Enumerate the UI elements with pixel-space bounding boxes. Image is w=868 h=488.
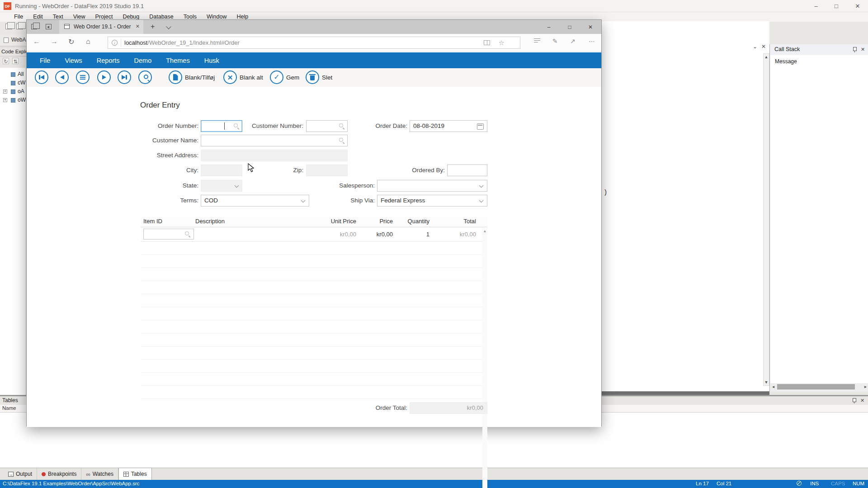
hub-icon[interactable] xyxy=(534,38,540,43)
browser-minimize-button[interactable]: – xyxy=(538,20,559,34)
tab-watches[interactable]: ∞ Watches xyxy=(81,468,118,480)
ide-toolbar-icon[interactable] xyxy=(16,23,23,29)
url-text[interactable]: localhost/WebOrder_19_1/Index.html#Order xyxy=(124,39,240,46)
set-tabs-aside-icon[interactable] xyxy=(46,24,52,29)
reading-view-icon[interactable] xyxy=(484,40,490,45)
tree-item[interactable]: + oW xyxy=(0,96,26,104)
browser-close-button[interactable]: ✕ xyxy=(580,20,601,34)
tree-item[interactable]: All xyxy=(0,70,26,79)
ide-maximize-button[interactable]: □ xyxy=(829,0,844,12)
column-quantity[interactable]: Quantity xyxy=(394,218,429,225)
table-row xyxy=(141,242,482,255)
docwell-chevron-icon[interactable]: ⌄ xyxy=(753,43,757,50)
blank-all-button[interactable]: ✕ xyxy=(223,70,237,84)
docwell-close-icon[interactable]: ✕ xyxy=(761,43,766,50)
ide-close-button[interactable]: ✕ xyxy=(850,0,865,12)
tab-preview-icon[interactable] xyxy=(31,24,37,29)
browser-toolbar: ← → ↻ ⌂ i localhost/WebOrder_19_1/Index.… xyxy=(27,34,601,52)
call-stack-body: Message xyxy=(770,55,868,383)
pin-icon[interactable] xyxy=(852,47,857,52)
site-info-icon[interactable]: i xyxy=(112,40,118,46)
share-icon[interactable]: ↗ xyxy=(570,38,576,45)
blank-page-icon xyxy=(173,74,178,80)
salesperson-select[interactable] xyxy=(377,180,487,192)
scrollbar-thumb[interactable] xyxy=(777,384,855,389)
settings-more-icon[interactable]: ⋯ xyxy=(589,38,595,45)
table-row xyxy=(141,333,482,347)
refresh-icon[interactable]: ↻ xyxy=(68,38,74,46)
tab-breakpoints[interactable]: Breakpoints xyxy=(37,468,81,480)
column-total[interactable]: Total xyxy=(430,218,476,225)
delete-button[interactable] xyxy=(306,70,319,84)
record-list-button[interactable] xyxy=(76,70,90,84)
webapp-menu-reports[interactable]: Reports xyxy=(90,57,127,64)
tree-item[interactable]: + oA xyxy=(0,87,26,96)
customer-name-search-icon[interactable] xyxy=(339,138,343,142)
tab-close-icon[interactable]: ✕ xyxy=(136,23,140,29)
panel-close-icon[interactable]: ✕ xyxy=(861,47,865,52)
tab-tables[interactable]: Tables xyxy=(118,468,152,480)
expand-icon[interactable]: + xyxy=(3,98,7,102)
previous-record-button[interactable] xyxy=(55,70,69,84)
next-record-button[interactable] xyxy=(97,70,111,84)
ide-menu-file[interactable]: File xyxy=(9,12,28,22)
scroll-down-icon[interactable]: ▼ xyxy=(764,380,769,385)
statusbar-line: Ln 17 xyxy=(696,481,709,486)
zip-label: Zip: xyxy=(231,164,303,176)
call-stack-horizontal-scrollbar[interactable]: ◂ ▸ xyxy=(770,383,868,391)
webapp-menu-demo[interactable]: Demo xyxy=(127,57,159,64)
scroll-up-icon[interactable]: ▲ xyxy=(482,229,487,233)
column-price[interactable]: Price xyxy=(358,218,393,225)
item-id-search-icon[interactable] xyxy=(185,231,189,235)
expand-icon[interactable]: + xyxy=(3,89,7,94)
save-button[interactable]: ✓ xyxy=(270,70,283,84)
ide-toolbar-icon[interactable] xyxy=(5,23,12,29)
tree-item[interactable]: cW xyxy=(0,79,26,87)
home-icon[interactable]: ⌂ xyxy=(86,38,90,46)
browser-maximize-button[interactable]: □ xyxy=(559,20,580,34)
ide-window-title: Running - WebOrder - DataFlex 2019 Studi… xyxy=(15,0,144,12)
webapp-menu-views[interactable]: Views xyxy=(57,57,89,64)
tab-output[interactable]: → Output xyxy=(4,468,37,480)
terms-select[interactable]: COD xyxy=(201,195,309,206)
browser-tab[interactable]: Web Order 19.1 - Order ✕ xyxy=(59,20,143,34)
editor-vertical-scrollbar[interactable]: ▲ ▼ xyxy=(763,53,769,386)
blank-add-button[interactable] xyxy=(169,70,182,84)
column-description[interactable]: Description xyxy=(195,218,225,225)
calendar-icon[interactable] xyxy=(477,123,484,130)
webapp-menu-themes[interactable]: Themes xyxy=(159,57,197,64)
web-note-icon[interactable]: ✎ xyxy=(552,38,558,45)
pin-icon[interactable] xyxy=(852,398,856,404)
new-tab-button[interactable]: + xyxy=(151,23,155,31)
page-title: Order Entry xyxy=(140,101,180,110)
document-tab-fragment[interactable]: WebA xyxy=(0,34,26,46)
table-row xyxy=(141,255,482,268)
scroll-left-icon[interactable]: ◂ xyxy=(772,384,774,389)
ide-minimize-button[interactable]: – xyxy=(809,0,823,12)
ship-via-select[interactable]: Federal Express xyxy=(377,195,487,206)
webapp-menu-husk[interactable]: Husk xyxy=(197,57,226,64)
search-button[interactable] xyxy=(138,70,152,84)
webapp-menu-file[interactable]: File xyxy=(33,57,57,64)
scroll-right-icon[interactable]: ▸ xyxy=(864,384,867,389)
first-record-button[interactable] xyxy=(35,70,48,84)
ordered-by-input[interactable] xyxy=(447,164,487,176)
back-icon[interactable]: ← xyxy=(33,38,40,46)
favorite-star-icon[interactable]: ☆ xyxy=(499,39,505,47)
text-caret xyxy=(224,122,225,130)
city-label: City: xyxy=(126,164,198,176)
last-record-button[interactable] xyxy=(118,70,131,84)
code-explorer-refresh-icon[interactable]: ↻ xyxy=(3,58,9,64)
code-explorer-sort-icon[interactable]: ⇅ xyxy=(12,58,19,64)
column-item-id[interactable]: Item ID xyxy=(143,218,162,225)
ship-via-value: Federal Express xyxy=(381,197,425,204)
grid-vertical-scrollbar[interactable]: ▲ ▼ xyxy=(482,228,487,488)
forward-icon[interactable]: → xyxy=(51,38,58,46)
customer-name-input[interactable] xyxy=(201,135,348,146)
address-bar[interactable]: i localhost/WebOrder_19_1/Index.html#Ord… xyxy=(108,37,520,49)
column-unit-price[interactable]: Unit Price xyxy=(312,218,356,225)
order-date-input[interactable]: 08-08-2019 xyxy=(410,120,487,132)
scroll-up-icon[interactable]: ▲ xyxy=(764,55,769,59)
panel-close-icon[interactable]: ✕ xyxy=(860,398,864,404)
tab-list-chevron-icon[interactable] xyxy=(166,24,171,29)
